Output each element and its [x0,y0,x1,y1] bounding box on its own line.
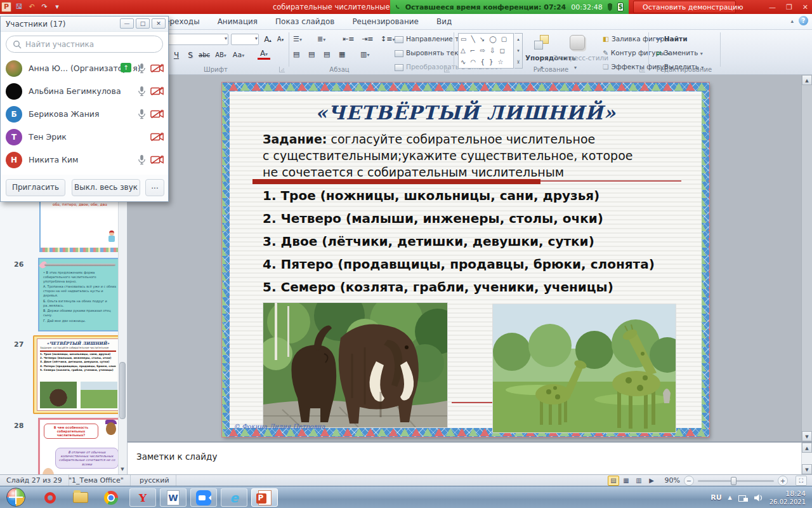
mic-icon[interactable] [138,154,146,168]
fit-to-window-button[interactable]: ⛶ [796,476,807,486]
taskbar-powerpoint-icon-active[interactable] [251,488,278,507]
undo-icon[interactable]: ↶ [27,2,37,12]
mic-icon[interactable] [138,63,146,76]
tray-expand-icon[interactable]: ▲ [728,495,732,500]
zoom-level[interactable]: 90% [665,476,680,486]
zoom-out-button[interactable]: − [684,476,694,486]
notes-pane[interactable]: Заметки к слайду ▲ ▼ [128,441,812,474]
shrink-font-button[interactable]: А▾ [274,33,287,46]
mute-all-button[interactable]: Выкл. весь звук [72,179,140,196]
replace-button[interactable]: ⇄Заменить ▾ [656,49,703,57]
qat-dropdown-icon[interactable]: ▾ [52,2,62,12]
keyboard-language[interactable]: RU [710,493,721,502]
taskbar-zoom-icon[interactable] [190,488,217,507]
align-left-button[interactable]: ▤ [293,50,299,58]
thumbnails-scroll-down-icon[interactable]: ▼ [119,464,126,474]
slideshow-button[interactable]: ▶ [646,476,657,486]
numbering-button[interactable]: ≣▾ [317,35,325,43]
participant-search-input[interactable] [25,40,152,49]
collapse-ribbon-icon[interactable]: ▴ [790,18,794,24]
payment-icon[interactable]: $ [617,3,624,11]
participant-row[interactable]: Т Тен Эрик [1,126,159,149]
scroll-up-icon[interactable]: ▲ [802,75,812,85]
thumbnail-slide-26[interactable]: • В этих предложениях форма собирательно… [38,258,121,331]
taskbar-explorer-icon[interactable] [67,488,94,507]
columns-button[interactable]: ▥▾ [360,50,369,58]
zoom-in-button[interactable]: + [778,476,788,486]
drawing-dialog-launcher[interactable]: ◿ [639,67,645,72]
align-center-button[interactable]: ▤ [308,50,315,58]
quick-styles-button[interactable]: Экспресс-стили [553,54,608,62]
underline-button[interactable]: Ч [170,49,183,62]
taskbar-yandex-icon[interactable]: Y [129,488,156,507]
character-spacing-button[interactable]: АВ▾ [214,49,227,62]
language-status[interactable]: русский [133,475,176,486]
notes-scroll-down-icon[interactable]: ▼ [802,464,812,474]
mammoths-photo[interactable] [263,303,447,427]
taskbar-ie-icon[interactable]: e [221,488,247,507]
slide-sorter-button[interactable]: ▦ [620,476,632,486]
tab-review[interactable]: Рецензирование [343,15,428,29]
thumbnails-scrollbar-thumb[interactable] [119,362,126,419]
participant-search[interactable] [6,36,163,53]
start-button[interactable] [6,488,25,507]
paragraph-dialog-launcher[interactable]: ◿ [444,67,450,72]
list-item-2[interactable]: 2. Четверо (малыши, инженеры, столы, очк… [263,211,681,226]
camera-off-icon[interactable] [150,64,164,76]
tab-view[interactable]: Вид [428,15,461,29]
giraffes-photo[interactable] [493,304,676,432]
grow-font-button[interactable]: А▴ [261,33,274,46]
participant-row[interactable]: Н Никита Ким [1,149,159,171]
slide-canvas[interactable]: «ЧЕТВЁРТЫЙ ЛИШНИЙ» Задание: согласуйте с… [222,83,709,437]
participant-row[interactable]: Анна Ю... (Организатор, я) ↑ [1,57,159,80]
camera-off-icon[interactable] [150,155,164,167]
thumbnail-slide-27-selected[interactable]: «ЧЕТВЁРТЫЙ ЛИШНИЙ» Задание: согласуйте с… [33,335,123,414]
invite-button[interactable]: Пригласить [6,179,65,196]
font-dialog-launcher[interactable]: ◿ [279,67,285,72]
bullets-button[interactable]: ☰▾ [293,35,302,43]
text-shadow-button[interactable]: S [184,49,197,62]
slide-task-text[interactable]: Задание: согласуйте собирательное числит… [263,131,669,180]
taskbar-chrome-icon[interactable] [98,488,124,507]
minimize-icon[interactable]: — [769,3,776,11]
shapes-gallery[interactable]: ▭ ╲ ↘ ◯ ▢△ ⌐ ⇨ ⇩ ◻∿ ◠ { } ☆ [458,33,514,69]
font-name-combo[interactable]: ▾ [159,34,228,45]
taskbar-word-icon[interactable]: W [160,488,187,507]
normal-view-button[interactable]: ▤ [608,476,619,486]
clock[interactable]: 18:2426.02.2021 [769,490,806,506]
list-item-1[interactable]: 1. Трое (ножницы, школьницы, сани, друзь… [263,188,681,203]
redo-icon[interactable]: ↷ [39,2,49,12]
save-icon[interactable]: 🖫 [14,2,24,12]
camera-off-icon[interactable] [150,109,164,121]
find-button[interactable]: ⚯Найти [656,35,688,43]
scroll-down-icon[interactable]: ▼ [802,431,812,441]
line-spacing-button[interactable]: ↕≡▾ [381,35,395,43]
camera-off-icon[interactable] [150,86,164,98]
more-options-button[interactable]: ... [145,179,164,196]
reading-view-button[interactable]: ▥ [633,476,645,486]
notes-scrollbar[interactable]: ▲ ▼ [801,443,812,474]
zoom-slider-thumb[interactable] [731,477,737,485]
mic-icon[interactable] [138,86,146,99]
shapes-gallery-scroll[interactable]: ▴▾⊻ [514,33,523,69]
panel-maximize-icon[interactable]: □ [136,18,150,29]
font-color-button[interactable]: А▾ [258,49,270,60]
strikethrough-button[interactable]: abc [198,49,211,62]
align-right-button[interactable]: ▤ [324,50,330,58]
notes-scroll-up-icon[interactable]: ▲ [802,443,812,453]
thumbnails-scrollbar[interactable]: ▼ [118,202,126,474]
zoom-slider[interactable] [698,480,774,482]
slide-number-status[interactable]: Слайд 27 из 29 [0,475,69,486]
tab-animation[interactable]: Анимация [209,15,266,29]
list-item-4[interactable]: 4. Пятеро (продавщицы, продавцы, брюки, … [263,257,681,272]
list-item-5[interactable]: 5. Семеро (козлята, грабли, ученики, уче… [263,279,681,295]
participant-row[interactable]: Б Берикова Жания [1,103,159,126]
decrease-indent-button[interactable]: ⇤≡ [343,35,354,43]
restore-icon[interactable]: ❐ [786,3,792,11]
thumbnail-slide-28[interactable]: В чем особенность собирательных числител… [38,418,121,474]
change-case-button[interactable]: Аа▾ [232,49,245,62]
help-icon[interactable]: ? [799,16,808,25]
stop-demonstration-button[interactable]: Остановить демонстрацию [633,1,736,13]
slide-title[interactable]: «ЧЕТВЁРТЫЙ ЛИШНИЙ» [230,102,702,124]
close-icon[interactable]: ✕ [802,3,808,11]
